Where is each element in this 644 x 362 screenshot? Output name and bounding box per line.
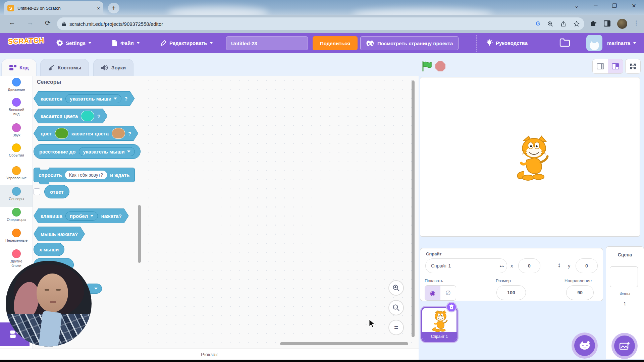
- tutorials-menu[interactable]: Руководства: [482, 33, 531, 53]
- side-panel-icon[interactable]: [604, 20, 610, 27]
- block-answer[interactable]: ответ: [44, 185, 69, 198]
- stop-icon[interactable]: [435, 61, 445, 71]
- dropdown-space-key[interactable]: пробел: [65, 212, 98, 221]
- fullscreen-button[interactable]: [625, 59, 641, 74]
- screen: S Untitled-23 on Scratch × + ⌄ ─ ❐ ✕ ← →…: [0, 0, 644, 362]
- bookmark-star-icon[interactable]: [574, 21, 580, 27]
- tab-sounds[interactable]: Звуки: [93, 59, 133, 76]
- new-tab-button[interactable]: +: [108, 3, 119, 13]
- tab-code[interactable]: Код: [1, 59, 37, 76]
- canvas-vertical-scrollbar[interactable]: [412, 80, 415, 337]
- project-title-input[interactable]: Untitled-23: [226, 36, 308, 50]
- block-distance-to[interactable]: расстояние до указатель мыши: [34, 144, 141, 159]
- file-label: Файл: [120, 40, 134, 46]
- motion-dot: [12, 78, 21, 86]
- chevron-down-icon: [210, 42, 213, 44]
- block-key-pressed[interactable]: клавиша пробел нажата?: [34, 208, 129, 223]
- mouse-cursor: [368, 319, 376, 328]
- zoom-lens-icon[interactable]: [547, 21, 553, 27]
- menu-divider: [223, 35, 223, 52]
- add-sprite-button[interactable]: [574, 335, 595, 356]
- code-canvas[interactable]: [144, 76, 419, 349]
- x-input[interactable]: 0: [518, 258, 540, 273]
- tab-close-icon[interactable]: ×: [97, 5, 100, 11]
- zoom-out-button[interactable]: [388, 300, 404, 315]
- scratch-logo[interactable]: SCRATCH: [8, 36, 45, 46]
- normal-stage-button[interactable]: [608, 59, 623, 73]
- browser-menu-kebab-icon[interactable]: ⋮: [633, 19, 639, 26]
- zoom-reset-button[interactable]: =: [388, 320, 404, 335]
- speaker-icon: [101, 64, 108, 71]
- category-operators[interactable]: Операторы: [0, 208, 33, 222]
- color-swatch[interactable]: [55, 128, 68, 139]
- tab-code-label: Код: [19, 65, 29, 70]
- stage-sprite-cat[interactable]: [515, 135, 550, 182]
- user-avatar[interactable]: [586, 35, 602, 51]
- size-label: Размер: [496, 278, 511, 283]
- webcam-scarf: [39, 311, 62, 347]
- edit-menu[interactable]: Редактировать: [157, 33, 216, 53]
- green-flag-icon[interactable]: [421, 61, 432, 72]
- answer-checkbox[interactable]: [34, 188, 40, 195]
- close-window-icon[interactable]: ✕: [629, 3, 639, 9]
- zoom-in-button[interactable]: [388, 280, 404, 296]
- username-menu[interactable]: marinarra: [604, 33, 640, 53]
- google-g-icon[interactable]: G: [536, 21, 540, 27]
- backpack-bar[interactable]: Рюкзак: [0, 349, 419, 360]
- color-swatch[interactable]: [81, 111, 94, 121]
- block-ask-and-wait[interactable]: спросить Как тебя зовут? и ждать: [34, 168, 135, 182]
- browser-tab[interactable]: S Untitled-23 on Scratch ×: [4, 1, 103, 15]
- tab-costumes[interactable]: Костюмы: [40, 59, 89, 76]
- extensions-puzzle-icon[interactable]: [590, 20, 597, 27]
- share-icon[interactable]: [560, 21, 566, 27]
- show-visible-button[interactable]: ◉: [425, 286, 440, 300]
- chevron-down-icon: [633, 42, 636, 44]
- settings-menu[interactable]: Settings: [53, 33, 95, 53]
- small-stage-button[interactable]: [593, 59, 608, 73]
- refresh-icon[interactable]: ⟳: [45, 19, 51, 27]
- category-myblocks[interactable]: Другие блоки: [0, 249, 33, 268]
- chevron-down-icon: [90, 215, 94, 217]
- dropdown-mouse-pointer[interactable]: указатель мыши: [79, 147, 135, 156]
- back-icon[interactable]: ←: [9, 19, 15, 26]
- tab-search-icon[interactable]: ⌄: [572, 3, 581, 9]
- file-menu[interactable]: Файл: [108, 33, 143, 53]
- palette-scrollbar[interactable]: [138, 205, 141, 263]
- category-sound[interactable]: Звук: [0, 123, 33, 137]
- category-looks[interactable]: Внешний вид: [0, 98, 33, 116]
- direction-input[interactable]: 90: [566, 285, 594, 300]
- forward-icon[interactable]: →: [27, 19, 34, 26]
- block-mouse-down[interactable]: мышь нажата?: [34, 227, 85, 241]
- project-page-button[interactable]: Посмотреть страницу проекта: [360, 36, 459, 50]
- delete-sprite-button[interactable]: [446, 302, 457, 312]
- block-touching-color[interactable]: касается цвета ?: [34, 109, 108, 123]
- sprite-name-input[interactable]: Спрайт 1: [425, 258, 507, 273]
- share-button[interactable]: Поделиться: [313, 36, 358, 50]
- stage-size-toggle: [592, 59, 623, 74]
- lightbulb-icon: [486, 39, 493, 47]
- restore-icon[interactable]: ❐: [610, 3, 619, 9]
- ask-text-input[interactable]: Как тебя зовут?: [65, 171, 107, 179]
- color-swatch[interactable]: [112, 128, 125, 139]
- show-hidden-button[interactable]: ∅: [440, 286, 456, 300]
- category-control[interactable]: Управление: [0, 166, 33, 180]
- chevron-down-icon: [94, 288, 98, 290]
- address-bar[interactable]: scratch.mit.edu/projects/909372558/edito…: [57, 17, 584, 30]
- block-touching[interactable]: касается указатель мыши ?: [34, 91, 135, 106]
- category-sensing[interactable]: Сенсоры: [0, 187, 33, 201]
- category-variables[interactable]: Переменные: [0, 229, 33, 243]
- browser-profile-avatar[interactable]: [617, 19, 627, 29]
- category-events[interactable]: События: [0, 143, 33, 158]
- folder-icon[interactable]: [559, 38, 570, 47]
- block-color-touching-color[interactable]: цвет касается цвета ?: [34, 126, 138, 141]
- sprite-header-label: Спрайт: [426, 251, 442, 256]
- canvas-horizontal-scrollbar[interactable]: [280, 342, 408, 345]
- size-input[interactable]: 100: [496, 285, 526, 300]
- add-backdrop-button[interactable]: [614, 336, 635, 356]
- dropdown-mouse-pointer[interactable]: указатель мыши: [65, 94, 121, 103]
- category-motion[interactable]: Движение: [0, 78, 33, 92]
- backdrop-thumbnail[interactable]: [610, 266, 638, 287]
- y-input[interactable]: 0: [576, 258, 598, 273]
- minimize-icon[interactable]: ─: [591, 3, 600, 9]
- block-mouse-x[interactable]: x мыши: [34, 243, 64, 256]
